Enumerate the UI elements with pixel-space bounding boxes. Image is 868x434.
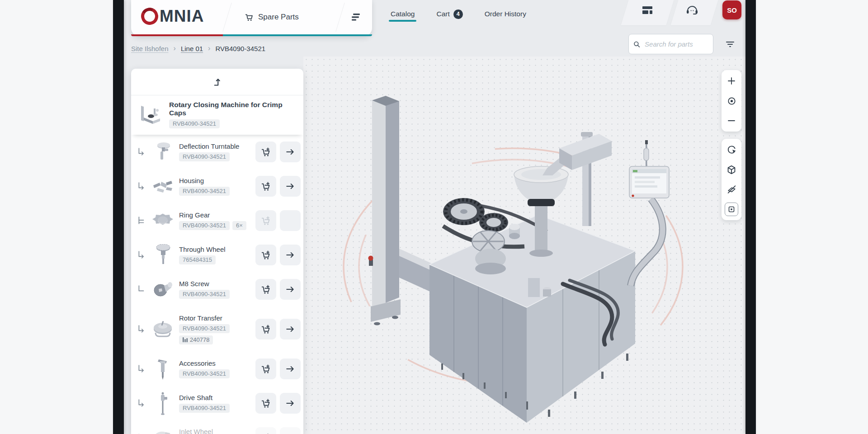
part-thumbnail [150, 357, 175, 381]
part-detail-button-disabled [280, 210, 301, 231]
parts-panel-header [131, 69, 303, 95]
machine-cabinet [429, 215, 635, 423]
sort-menu-button[interactable] [347, 9, 365, 25]
tab-cart[interactable]: Cart 4 [435, 0, 463, 29]
add-to-cart-button[interactable] [255, 393, 276, 414]
level-up-button[interactable] [204, 72, 231, 92]
tree-multi-icon [136, 216, 147, 225]
search-bar [628, 34, 713, 54]
parent-part-info: Rotary Closing Machine for Crimp Caps RV… [169, 101, 297, 128]
part-thumbnail [150, 243, 175, 267]
section-box-button[interactable] [722, 199, 741, 219]
cart-icon [245, 13, 254, 22]
tree-child-icon [136, 147, 147, 156]
filter-icon [726, 41, 735, 48]
user-avatar[interactable]: SO [722, 0, 741, 19]
parent-part-row[interactable]: Rotary Closing Machine for Crimp Caps RV… [131, 95, 303, 135]
add-to-cart-button[interactable] [255, 176, 276, 197]
parts-panel: Rotary Closing Machine for Crimp Caps RV… [131, 69, 303, 434]
plus-icon [727, 77, 736, 85]
part-number-badge: RVB4090-34521 [169, 119, 220, 128]
device-bezel-right [745, 0, 756, 434]
part-thumbnail [150, 174, 175, 198]
brand-progress-bar [131, 34, 372, 36]
zoom-in-button[interactable] [722, 71, 741, 91]
header-divider [222, 3, 232, 32]
search-input[interactable] [644, 40, 708, 48]
add-to-cart-button[interactable] [255, 279, 276, 300]
part-thumbnail [150, 277, 175, 302]
breadcrumb-separator: › [208, 44, 210, 52]
breadcrumb: Site Ilshofen › Line 01 › RVB4090-34521 [131, 44, 265, 52]
part-detail-button[interactable] [280, 142, 301, 162]
zoom-toolbar [722, 70, 741, 132]
part-detail-button[interactable] [280, 319, 301, 340]
part-row: Through Wheel 765484315 [131, 238, 303, 272]
select-rotate-button[interactable] [722, 140, 741, 160]
active-frame [725, 203, 738, 216]
part-detail-button[interactable] [280, 359, 301, 379]
tab-label: Catalog [391, 10, 415, 18]
3d-view-button[interactable] [722, 160, 741, 179]
part-number-badge: 765484315 [179, 255, 216, 264]
tab-order-history[interactable]: Order History [484, 1, 527, 28]
hide-part-button[interactable] [722, 179, 741, 199]
part-number-badge: RVB4090-34521 [179, 187, 230, 196]
viewer-canvas[interactable] [303, 57, 745, 434]
parts-list: Deflection Turntable RVB4090-34521 [131, 135, 303, 434]
breadcrumb-separator: › [174, 44, 176, 52]
add-to-cart-button[interactable] [255, 245, 276, 265]
tab-label: Cart [436, 10, 449, 18]
part-number-badge: RVB4090-34521 [179, 290, 230, 299]
part-detail-button[interactable] [280, 393, 301, 414]
rotate-cursor-icon [727, 145, 736, 155]
user-initials: SO [727, 6, 737, 14]
app-switcher[interactable]: Spare Parts [242, 0, 302, 34]
part-thumbnail [150, 425, 175, 434]
tab-label: Order History [485, 10, 526, 18]
part-row: Deflection Turntable RVB4090-34521 [131, 135, 303, 169]
part-detail-button[interactable] [280, 176, 301, 197]
part-number-badge: RVB4090-34521 [179, 221, 230, 230]
part-row: Rotor Transfer RVB4090-34521 240778 [131, 307, 303, 352]
cube-icon [727, 165, 736, 175]
main-tabs: Catalog Cart 4 Order History [390, 0, 527, 29]
add-to-cart-button[interactable] [255, 142, 276, 162]
machine-column [368, 96, 401, 325]
add-to-cart-button-disabled [255, 210, 276, 231]
quantity-badge: 6× [232, 221, 246, 230]
part-thumbnail [150, 140, 175, 164]
target-icon [727, 97, 736, 105]
breadcrumb-site[interactable]: Site Ilshofen [131, 45, 169, 52]
add-to-cart-button[interactable] [255, 359, 276, 379]
view-toolbar [722, 139, 741, 220]
part-detail-button[interactable] [280, 245, 301, 265]
part-number-badge: RVB4090-34521 [179, 152, 230, 161]
machine-overview-button[interactable] [639, 3, 655, 18]
minus-icon [727, 117, 736, 125]
part-detail-button[interactable] [280, 279, 301, 300]
machine-beam [399, 249, 433, 293]
tree-child-icon [136, 250, 147, 259]
omnia-logo: MNIA [141, 5, 204, 27]
zoom-out-button[interactable] [722, 111, 741, 131]
support-button[interactable] [683, 3, 699, 18]
cart-count-badge: 4 [453, 9, 463, 19]
section-box-icon [728, 206, 735, 213]
add-to-cart-button[interactable] [255, 427, 276, 434]
app-switcher-label: Spare Parts [258, 13, 299, 22]
part-detail-button[interactable] [280, 427, 301, 434]
recenter-button[interactable] [722, 91, 741, 111]
tree-last-icon [136, 285, 147, 294]
hide-plane-icon [727, 185, 736, 194]
layout-icon [642, 5, 653, 16]
breadcrumb-line[interactable]: Line 01 [181, 45, 203, 52]
tab-catalog[interactable]: Catalog [390, 1, 415, 28]
add-to-cart-button[interactable] [255, 319, 276, 340]
emergency-stop [368, 256, 373, 261]
app-viewport: MNIA Spare Parts [124, 0, 745, 434]
filter-button[interactable] [720, 34, 741, 54]
hmi-panel [629, 140, 669, 286]
part-row: Ring Gear RVB4090-34521 6× [131, 203, 303, 238]
stock-badge: 240778 [179, 335, 213, 344]
